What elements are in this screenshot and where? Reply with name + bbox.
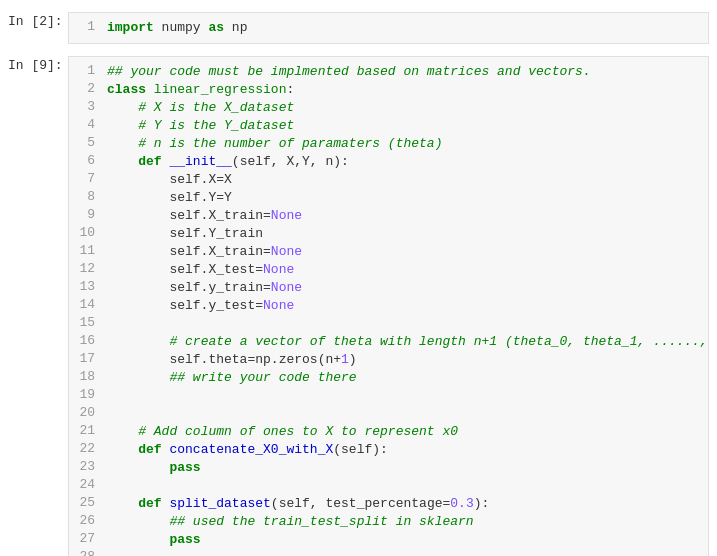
ln-2-19: 19: [79, 387, 107, 405]
code-2-1: ## your code must be implmented based on…: [107, 63, 591, 81]
ln-2-13: 13: [79, 279, 107, 297]
code-2-27: pass: [107, 531, 201, 549]
ln-2-14: 14: [79, 297, 107, 315]
cell-1-content[interactable]: 1 import numpy as np: [68, 12, 709, 44]
code-2-7: self.X=X: [107, 171, 232, 189]
ln-2-7: 7: [79, 171, 107, 189]
code-2-2: class linear_regression:: [107, 81, 294, 99]
ln-2-1: 1: [79, 63, 107, 81]
line-2-15: 15: [79, 315, 698, 333]
notebook: In [2]: 1 import numpy as np In [9]: 1 #…: [0, 0, 717, 556]
line-2-10: 10 self.Y_train: [79, 225, 698, 243]
cell-2: In [9]: 1 ## your code must be implmente…: [0, 52, 717, 556]
line-2-4: 4 # Y is the Y_dataset: [79, 117, 698, 135]
line-2-11: 11 self.X_train=None: [79, 243, 698, 261]
line-1-1: 1 import numpy as np: [79, 19, 698, 37]
line-2-16: 16 # create a vector of theta with lengt…: [79, 333, 698, 351]
cell-1: In [2]: 1 import numpy as np: [0, 8, 717, 48]
code-2-22: def concatenate_X0_with_X(self):: [107, 441, 388, 459]
line-2-9: 9 self.X_train=None: [79, 207, 698, 225]
ln-2-3: 3: [79, 99, 107, 117]
cell-2-label: In [9]:: [8, 56, 68, 556]
cell-2-content[interactable]: 1 ## your code must be implmented based …: [68, 56, 709, 556]
ln-2-5: 5: [79, 135, 107, 153]
code-2-18: ## write your code there: [107, 369, 357, 387]
line-2-28: 28: [79, 549, 698, 556]
line-2-19: 19: [79, 387, 698, 405]
line-2-5: 5 # n is the number of paramaters (theta…: [79, 135, 698, 153]
code-2-21: # Add column of ones to X to represent x…: [107, 423, 458, 441]
ln-2-27: 27: [79, 531, 107, 549]
line-2-27: 27 pass: [79, 531, 698, 549]
ln-2-20: 20: [79, 405, 107, 423]
line-2-23: 23 pass: [79, 459, 698, 477]
code-2-5: # n is the number of paramaters (theta): [107, 135, 442, 153]
line-2-14: 14 self.y_test=None: [79, 297, 698, 315]
line-2-12: 12 self.X_test=None: [79, 261, 698, 279]
line-2-3: 3 # X is the X_dataset: [79, 99, 698, 117]
ln-2-28: 28: [79, 549, 107, 556]
code-2-9: self.X_train=None: [107, 207, 302, 225]
code-2-10: self.Y_train: [107, 225, 263, 243]
ln-2-12: 12: [79, 261, 107, 279]
ln-2-22: 22: [79, 441, 107, 459]
line-2-20: 20: [79, 405, 698, 423]
line-2-8: 8 self.Y=Y: [79, 189, 698, 207]
ln-2-4: 4: [79, 117, 107, 135]
ln-2-17: 17: [79, 351, 107, 369]
ln-2-11: 11: [79, 243, 107, 261]
cell-1-label: In [2]:: [8, 12, 68, 44]
code-2-8: self.Y=Y: [107, 189, 232, 207]
code-2-6: def __init__(self, X,Y, n):: [107, 153, 349, 171]
line-2-18: 18 ## write your code there: [79, 369, 698, 387]
ln-2-15: 15: [79, 315, 107, 333]
code-2-25: def split_dataset(self, test_percentage=…: [107, 495, 489, 513]
line-2-21: 21 # Add column of ones to X to represen…: [79, 423, 698, 441]
line-2-17: 17 self.theta=np.zeros(n+1): [79, 351, 698, 369]
line-2-7: 7 self.X=X: [79, 171, 698, 189]
ln-2-2: 2: [79, 81, 107, 99]
ln-2-16: 16: [79, 333, 107, 351]
ln-2-26: 26: [79, 513, 107, 531]
line-2-25: 25 def split_dataset(self, test_percenta…: [79, 495, 698, 513]
code-2-11: self.X_train=None: [107, 243, 302, 261]
ln-2-9: 9: [79, 207, 107, 225]
ln-2-10: 10: [79, 225, 107, 243]
line-2-1: 1 ## your code must be implmented based …: [79, 63, 698, 81]
line-2-6: 6 def __init__(self, X,Y, n):: [79, 153, 698, 171]
line-2-26: 26 ## used the train_test_split in sklea…: [79, 513, 698, 531]
ln-2-18: 18: [79, 369, 107, 387]
code-2-4: # Y is the Y_dataset: [107, 117, 294, 135]
code-1-1: import numpy as np: [107, 19, 247, 37]
code-2-3: # X is the X_dataset: [107, 99, 294, 117]
code-2-12: self.X_test=None: [107, 261, 294, 279]
ln-1: 1: [79, 19, 107, 37]
code-2-23: pass: [107, 459, 201, 477]
ln-2-8: 8: [79, 189, 107, 207]
line-2-13: 13 self.y_train=None: [79, 279, 698, 297]
code-2-14: self.y_test=None: [107, 297, 294, 315]
code-2-17: self.theta=np.zeros(n+1): [107, 351, 357, 369]
line-2-2: 2 class linear_regression:: [79, 81, 698, 99]
ln-2-21: 21: [79, 423, 107, 441]
ln-2-24: 24: [79, 477, 107, 495]
line-2-22: 22 def concatenate_X0_with_X(self):: [79, 441, 698, 459]
code-2-16: # create a vector of theta with length n…: [107, 333, 709, 351]
ln-2-23: 23: [79, 459, 107, 477]
ln-2-6: 6: [79, 153, 107, 171]
code-2-13: self.y_train=None: [107, 279, 302, 297]
code-2-26: ## used the train_test_split in sklearn: [107, 513, 474, 531]
line-2-24: 24: [79, 477, 698, 495]
ln-2-25: 25: [79, 495, 107, 513]
